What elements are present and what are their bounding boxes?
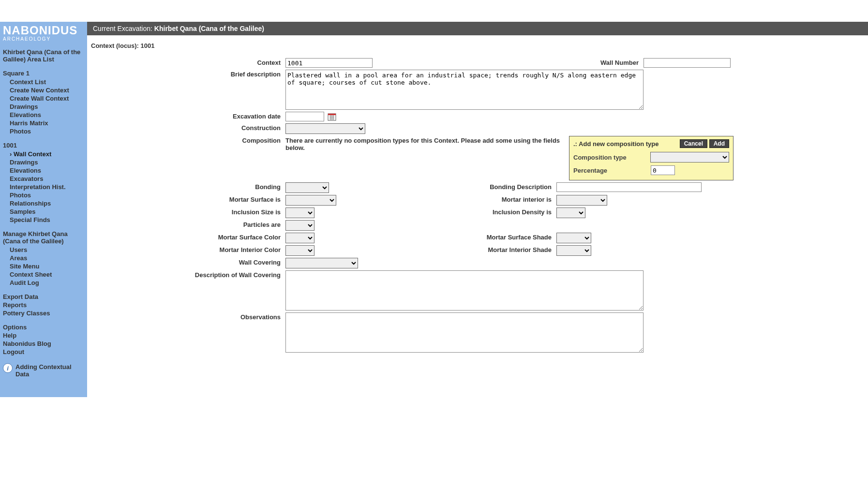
percentage-input[interactable] <box>651 165 675 175</box>
bonding-description-input[interactable] <box>556 182 702 192</box>
label-bonding: Bonding <box>87 182 285 191</box>
label-particles-are: Particles are <box>87 220 285 228</box>
sidebar-item-relationships[interactable]: Relationships <box>10 200 84 207</box>
label-context: Context <box>87 58 285 66</box>
desc-wall-covering-textarea[interactable] <box>285 270 644 311</box>
context-title: Context (locus): 1001 <box>91 42 868 49</box>
label-inclusion-density: Inclusion Density is <box>344 207 556 216</box>
label-percentage: Percentage <box>573 167 651 174</box>
inclusion-size-select[interactable] <box>285 207 314 218</box>
sidebar-item-samples[interactable]: Samples <box>10 208 84 215</box>
label-wall-number: Wall Number <box>373 58 644 66</box>
sidebar-item-reports[interactable]: Reports <box>3 301 84 309</box>
label-construction: Construction <box>87 123 285 132</box>
label-composition-type: Composition type <box>573 154 650 161</box>
sidebar-item-site-menu[interactable]: Site Menu <box>10 263 84 270</box>
construction-select[interactable] <box>285 123 365 134</box>
sidebar-item-logout[interactable]: Logout <box>3 348 84 356</box>
context-input[interactable] <box>285 58 373 68</box>
composition-empty-message: There are currently no composition types… <box>285 136 566 151</box>
info-icon: i <box>3 363 13 373</box>
sidebar-manage-heading: Manage Khirbet Qana (Cana of the Galilee… <box>3 230 84 245</box>
mortar-interior-color-select[interactable] <box>285 245 314 256</box>
sidebar-item-create-wall-context[interactable]: Create Wall Context <box>10 95 84 102</box>
sidebar-area-heading[interactable]: Khirbet Qana (Cana of the Galilee) Area … <box>3 48 84 63</box>
sidebar-item-options[interactable]: Options <box>3 324 84 331</box>
sidebar: NABONIDUS ARCHAEOLOGY Khirbet Qana (Cana… <box>0 22 87 397</box>
label-mortar-interior-color: Mortar Interior Color <box>87 245 285 253</box>
sidebar-item-context-elevations[interactable]: Elevations <box>10 167 84 174</box>
label-bonding-description: Bonding Description <box>334 182 556 191</box>
label-excavation-date: Excavation date <box>87 112 285 120</box>
sidebar-item-elevations[interactable]: Elevations <box>10 111 84 119</box>
sidebar-info-text: Adding Contextual Data <box>15 363 84 378</box>
sidebar-item-create-new-context[interactable]: Create New Context <box>10 87 84 94</box>
label-mortar-surface-shade: Mortar Surface Shade <box>344 233 556 241</box>
brand-subtitle: ARCHAEOLOGY <box>3 36 84 42</box>
sidebar-item-context-sheet[interactable]: Context Sheet <box>10 271 84 278</box>
sidebar-square-heading[interactable]: Square 1 <box>3 70 84 77</box>
sidebar-item-context-photos[interactable]: Photos <box>10 192 84 199</box>
label-mortar-interior-shade: Mortar Interior Shade <box>344 245 556 253</box>
particles-are-select[interactable] <box>285 220 314 231</box>
composition-type-select[interactable] <box>650 152 729 163</box>
sidebar-context-heading[interactable]: 1001 <box>3 142 84 149</box>
inclusion-density-select[interactable] <box>556 207 585 218</box>
composition-add-panel: .: Add new composition type Cancel Add C… <box>569 136 733 180</box>
sidebar-item-pottery-classes[interactable]: Pottery Classes <box>3 310 84 317</box>
excavation-date-input[interactable] <box>285 112 324 121</box>
label-desc-wall-covering: Description of Wall Covering <box>87 270 285 279</box>
sidebar-item-context-drawings[interactable]: Drawings <box>10 159 84 166</box>
wall-covering-select[interactable] <box>285 258 358 268</box>
calendar-icon[interactable] <box>327 112 337 121</box>
topbar-site-name: Khirbet Qana (Cana of the Galilee) <box>154 25 264 32</box>
sidebar-item-wall-context[interactable]: ›Wall Context <box>10 150 84 158</box>
brand-name: NABONIDUS <box>3 25 84 36</box>
svg-rect-1 <box>328 114 336 115</box>
sidebar-item-help[interactable]: Help <box>3 332 84 339</box>
observations-textarea[interactable] <box>285 312 644 353</box>
sidebar-item-areas[interactable]: Areas <box>10 254 84 262</box>
main-content: Current Excavation: Khirbet Qana (Cana o… <box>87 22 868 397</box>
sidebar-item-label: Wall Context <box>14 150 51 158</box>
sidebar-item-drawings[interactable]: Drawings <box>10 103 84 110</box>
sidebar-item-export-data[interactable]: Export Data <box>3 293 84 300</box>
label-composition: Composition <box>87 136 285 144</box>
cancel-button[interactable]: Cancel <box>680 139 707 148</box>
mortar-surface-shade-select[interactable] <box>556 233 591 243</box>
sidebar-info-block[interactable]: i Adding Contextual Data <box>3 363 84 378</box>
wall-number-input[interactable] <box>644 58 731 68</box>
sidebar-item-harris-matrix[interactable]: Harris Matrix <box>10 119 84 127</box>
composition-panel-title: .: Add new composition type <box>573 140 658 148</box>
sidebar-item-special-finds[interactable]: Special Finds <box>10 216 84 223</box>
sidebar-item-audit-log[interactable]: Audit Log <box>10 279 84 286</box>
sidebar-item-users[interactable]: Users <box>10 246 84 253</box>
label-mortar-interior-is: Mortar interior is <box>344 195 556 203</box>
label-inclusion-size: Inclusion Size is <box>87 207 285 216</box>
mortar-interior-shade-select[interactable] <box>556 245 591 256</box>
sidebar-item-context-list[interactable]: Context List <box>10 78 84 86</box>
label-brief-description: Brief description <box>87 70 285 78</box>
add-button[interactable]: Add <box>709 139 729 148</box>
sidebar-item-blog[interactable]: Nabonidus Blog <box>3 340 84 347</box>
sidebar-item-photos[interactable]: Photos <box>10 128 84 135</box>
bonding-select[interactable] <box>285 182 329 193</box>
topbar-prefix: Current Excavation: <box>93 25 154 32</box>
label-observations: Observations <box>87 312 285 321</box>
mortar-surface-is-select[interactable] <box>285 195 336 206</box>
sidebar-item-interpretation-hist[interactable]: Interpretation Hist. <box>10 183 84 191</box>
label-mortar-surface-is: Mortar Surface is <box>87 195 285 203</box>
topbar: Current Excavation: Khirbet Qana (Cana o… <box>87 22 868 35</box>
mortar-surface-color-select[interactable] <box>285 233 314 243</box>
sidebar-item-excavators[interactable]: Excavators <box>10 175 84 182</box>
label-wall-covering: Wall Covering <box>87 258 285 266</box>
mortar-interior-is-select[interactable] <box>556 195 607 206</box>
brief-description-textarea[interactable] <box>285 70 644 110</box>
label-mortar-surface-color: Mortar Surface Color <box>87 233 285 241</box>
